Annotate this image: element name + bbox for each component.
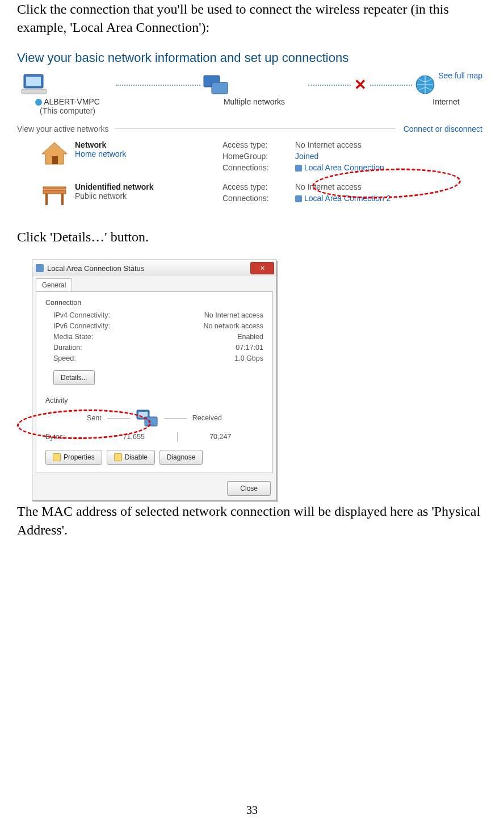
label-media-state: Media State: [53,333,158,341]
shield-icon [53,453,61,461]
label-speed: Speed: [53,354,158,362]
value-speed: 1.0 Gbps [158,354,263,362]
map-multiple-networks: Multiple networks [200,97,308,106]
label-access-type-2: Access type: [222,182,289,191]
network2-name: Unidentified network [75,182,153,191]
dialog-title: Local Area Connection Status [47,264,144,273]
label-ipv4: IPv4 Connectivity: [53,311,158,319]
value-access-type-1: No Internet access [295,140,384,149]
computer-icon [19,72,49,97]
svg-rect-11 [61,194,64,205]
close-button[interactable]: Close [227,481,271,496]
svg-rect-10 [45,194,48,205]
globe-mini-icon [35,99,42,106]
screenshot-connection-status-dialog: Local Area Connection Status ✕ General C… [32,260,277,501]
svg-rect-2 [22,89,47,94]
network1-type-link[interactable]: Home network [75,149,126,158]
disable-button[interactable]: Disable [107,450,155,465]
home-network-icon [40,140,69,166]
instruction-2: Click 'Details…' button. [17,228,487,246]
instruction-3: The MAC address of selected network conn… [17,502,487,539]
label-duration: Duration: [53,344,158,352]
map-pc-name: ALBERT-VMPC [44,97,100,106]
shield-icon [114,453,122,461]
network1-name: Network [75,140,106,149]
label-connections: Connections: [222,163,289,172]
svg-rect-9 [43,187,66,189]
value-duration: 07:17:01 [158,344,263,352]
nic-icon [295,195,302,202]
details-button[interactable]: Details... [53,370,95,385]
value-ipv4: No Internet access [158,311,263,319]
section-active-networks: View your active networks [17,124,109,133]
value-media-state: Enabled [158,333,263,341]
properties-button[interactable]: Properties [45,450,102,465]
see-full-map-link[interactable]: See full map [438,71,482,80]
tab-general[interactable]: General [36,278,72,291]
svg-rect-1 [26,77,41,86]
network2-type: Public network [75,191,127,201]
label-homegroup: HomeGroup: [222,152,289,161]
close-icon[interactable]: ✕ [250,262,274,274]
label-connections-2: Connections: [222,194,289,203]
section-connection: Connection [45,299,263,307]
value-homegroup[interactable]: Joined [295,152,384,161]
label-access-type: Access type: [222,140,289,149]
internet-globe-icon [412,72,438,97]
page-number: 33 [0,804,504,817]
svg-rect-4 [212,82,228,94]
section-activity: Activity [45,396,263,404]
label-ipv6: IPv6 Connectivity: [53,322,158,330]
heading-network-info: View your basic network information and … [17,51,482,65]
public-network-bench-icon [40,182,69,208]
screenshot-network-center: View your basic network information and … [17,51,482,208]
svg-rect-7 [52,156,58,164]
nic-icon [36,264,44,272]
label-received: Received [192,414,222,422]
diagnose-button[interactable]: Diagnose [159,450,203,465]
map-pc-sub: (This computer) [19,106,116,115]
no-connection-x-icon: ✕ [354,76,367,94]
map-internet-label: Internet [412,97,480,106]
nic-icon [295,165,302,172]
svg-rect-8 [43,190,66,194]
value-ipv6: No network access [158,322,263,330]
network-hub-icon [200,72,230,97]
value-bytes-received: 70,247 [178,433,264,441]
connect-or-disconnect-link[interactable]: Connect or disconnect [404,124,482,133]
instruction-1: Click the connection that you'll be used… [17,0,487,37]
